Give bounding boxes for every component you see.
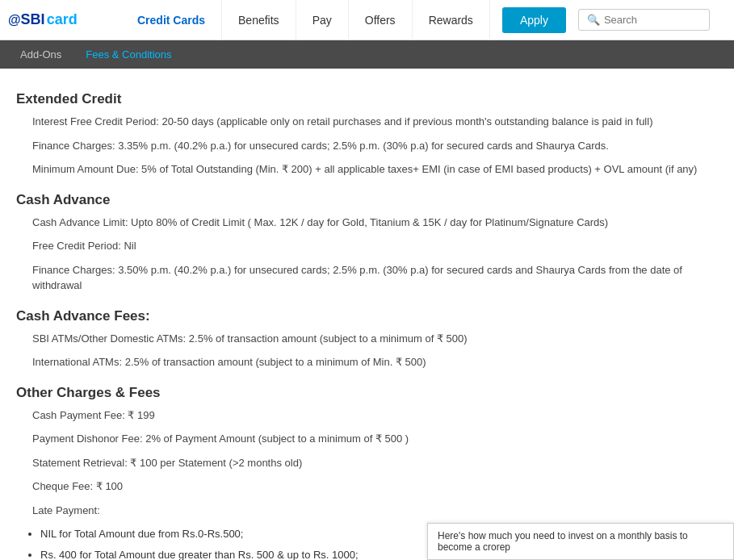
bottom-banner: Here's how much you need to invest on a …	[427, 523, 734, 560]
cash-advance-item-2: Finance Charges: 3.50% p.m. (40.2% p.a.)…	[32, 262, 718, 294]
cash-advance-item-1: Free Credit Period: Nil	[32, 238, 718, 254]
tab-fees-conditions[interactable]: Fees & Conditions	[73, 40, 183, 69]
nav-benefits[interactable]: Benefits	[222, 0, 296, 40]
extended-credit-item-0: Interest Free Credit Period: 20-50 days …	[32, 114, 718, 130]
header: @SBI card Credit Cards Benefits Pay Offe…	[0, 0, 734, 40]
search-box[interactable]: 🔍	[578, 9, 710, 31]
section-title-cash-advance: Cash Advance	[16, 192, 718, 208]
search-icon: 🔍	[587, 14, 600, 26]
logo-card-text: card	[47, 11, 78, 28]
logo-sbi: @SBI	[8, 11, 45, 28]
other-charges-item-0: Cash Payment Fee: ₹ 199	[32, 407, 718, 424]
cash-advance-fees-item-1: International ATMs: 2.5% of transaction …	[32, 354, 718, 370]
nav-rewards[interactable]: Rewards	[413, 0, 490, 40]
apply-button[interactable]: Apply	[502, 7, 566, 33]
nav-credit-cards[interactable]: Credit Cards	[121, 0, 222, 40]
other-charges-item-2: Statement Retrieval: ₹ 100 per Statement…	[32, 455, 718, 471]
nav-pay[interactable]: Pay	[296, 0, 349, 40]
search-input[interactable]	[604, 14, 701, 26]
tab-add-ons[interactable]: Add-Ons	[8, 40, 73, 69]
section-title-cash-advance-fees: Cash Advance Fees:	[16, 308, 718, 324]
cash-advance-fees-item-0: SBI ATMs/Other Domestic ATMs: 2.5% of tr…	[32, 331, 718, 347]
nav-offers[interactable]: Offers	[349, 0, 413, 40]
extended-credit-item-1: Finance Charges: 3.35% p.m. (40.2% p.a.)…	[32, 138, 718, 154]
late-payment-label: Late Payment:	[32, 503, 718, 519]
logo: @SBI card	[8, 11, 105, 28]
section-title-other-charges: Other Charges & Fees	[16, 385, 718, 401]
cash-advance-item-0: Cash Advance Limit: Upto 80% of Credit L…	[32, 215, 718, 231]
logo-at-sign: @	[8, 13, 21, 27]
main-nav: Credit Cards Benefits Pay Offers Rewards…	[121, 0, 726, 40]
tabs-row: Add-Ons Fees & Conditions	[0, 40, 734, 69]
section-title-extended-credit: Extended Credit	[16, 91, 718, 107]
extended-credit-item-2: Minimum Amount Due: 5% of Total Outstand…	[32, 161, 718, 178]
other-charges-item-3: Cheque Fee: ₹ 100	[32, 479, 718, 495]
other-charges-item-1: Payment Dishonor Fee: 2% of Payment Amou…	[32, 431, 718, 447]
content-area: Extended Credit Interest Free Credit Per…	[0, 69, 734, 560]
